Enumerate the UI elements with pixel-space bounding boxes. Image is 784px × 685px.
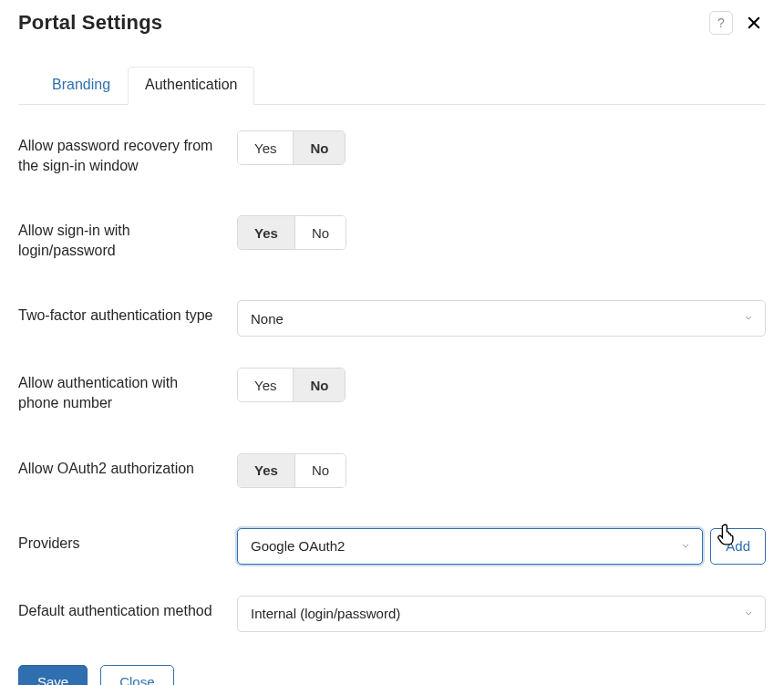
close-icon	[746, 15, 762, 31]
label-default-auth-method: Default authentication method	[18, 596, 237, 621]
label-providers: Providers	[18, 528, 237, 554]
toggle-allow-oauth2[interactable]: Yes No	[237, 453, 346, 488]
chevron-down-icon	[743, 606, 754, 621]
add-provider-button[interactable]: Add	[710, 528, 766, 565]
toggle-no[interactable]: No	[294, 454, 346, 487]
tabs: Branding Authentication	[18, 66, 766, 105]
toggle-no[interactable]: No	[294, 216, 346, 249]
tab-branding[interactable]: Branding	[35, 67, 128, 105]
toggle-allow-phone-auth[interactable]: Yes No	[237, 368, 346, 402]
toggle-yes[interactable]: Yes	[238, 216, 294, 249]
select-default-auth-method[interactable]: Internal (login/password)	[237, 596, 766, 632]
select-two-factor-type[interactable]: None	[237, 300, 766, 337]
tab-authentication[interactable]: Authentication	[128, 67, 254, 105]
chevron-down-icon	[680, 538, 691, 554]
toggle-allow-login-password[interactable]: Yes No	[237, 215, 346, 250]
help-button[interactable]: ?	[709, 11, 733, 35]
label-allow-password-recovery: Allow password recovery from the sign-in…	[18, 130, 237, 175]
toggle-no[interactable]: No	[293, 368, 345, 401]
close-button[interactable]	[742, 11, 766, 35]
toggle-yes[interactable]: Yes	[238, 131, 293, 164]
toggle-no[interactable]: No	[293, 131, 345, 164]
toggle-yes[interactable]: Yes	[238, 454, 294, 487]
label-allow-oauth2: Allow OAuth2 authorization	[18, 453, 237, 479]
toggle-allow-password-recovery[interactable]: Yes No	[237, 130, 346, 165]
save-button[interactable]: Save	[18, 665, 88, 685]
select-value: None	[251, 311, 284, 327]
label-allow-login-password: Allow sign-in with login/password	[18, 215, 237, 260]
chevron-down-icon	[743, 311, 754, 327]
label-two-factor-type: Two-factor authentication type	[18, 300, 237, 326]
label-allow-phone-auth: Allow authentication with phone number	[18, 368, 237, 412]
page-title: Portal Settings	[18, 11, 162, 35]
toggle-yes[interactable]: Yes	[238, 368, 293, 401]
select-providers[interactable]: Google OAuth2	[237, 528, 703, 565]
help-icon: ?	[717, 16, 725, 30]
footer-close-button[interactable]: Close	[100, 665, 173, 685]
select-value: Google OAuth2	[251, 538, 345, 554]
select-value: Internal (login/password)	[251, 606, 400, 621]
